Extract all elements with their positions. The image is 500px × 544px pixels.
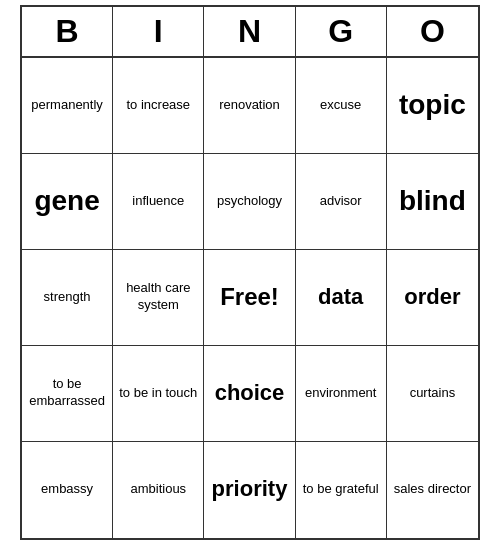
cell-text: priority (212, 475, 288, 504)
cell-text: to be grateful (303, 481, 379, 498)
cell-text: advisor (320, 193, 362, 210)
bingo-cell: choice (204, 346, 295, 442)
cell-text: to increase (126, 97, 190, 114)
cell-text: strength (44, 289, 91, 306)
cell-text: ambitious (130, 481, 186, 498)
cell-text: data (318, 283, 363, 312)
bingo-cell: priority (204, 442, 295, 538)
bingo-cell: sales director (387, 442, 478, 538)
cell-text: topic (399, 87, 466, 123)
bingo-cell: to be embarrassed (22, 346, 113, 442)
bingo-cell: ambitious (113, 442, 204, 538)
bingo-cell: to be in touch (113, 346, 204, 442)
cell-text: Free! (220, 281, 279, 312)
bingo-cell: gene (22, 154, 113, 250)
bingo-cell: environment (296, 346, 387, 442)
header-letter: O (387, 7, 478, 56)
header-letter: I (113, 7, 204, 56)
header-letter: N (204, 7, 295, 56)
bingo-card: BINGO permanentlyto increaserenovationex… (20, 5, 480, 540)
cell-text: to be in touch (119, 385, 197, 402)
cell-text: embassy (41, 481, 93, 498)
bingo-cell: strength (22, 250, 113, 346)
bingo-cell: order (387, 250, 478, 346)
cell-text: environment (305, 385, 377, 402)
cell-text: permanently (31, 97, 103, 114)
cell-text: sales director (394, 481, 471, 498)
bingo-cell: curtains (387, 346, 478, 442)
bingo-cell: influence (113, 154, 204, 250)
bingo-cell: embassy (22, 442, 113, 538)
bingo-cell: to increase (113, 58, 204, 154)
cell-text: curtains (410, 385, 456, 402)
cell-text: gene (34, 183, 99, 219)
bingo-cell: health care system (113, 250, 204, 346)
cell-text: psychology (217, 193, 282, 210)
cell-text: excuse (320, 97, 361, 114)
bingo-cell: permanently (22, 58, 113, 154)
bingo-cell: to be grateful (296, 442, 387, 538)
bingo-cell: blind (387, 154, 478, 250)
bingo-cell: Free! (204, 250, 295, 346)
bingo-cell: topic (387, 58, 478, 154)
bingo-cell: advisor (296, 154, 387, 250)
header-letter: B (22, 7, 113, 56)
cell-text: order (404, 283, 460, 312)
bingo-cell: psychology (204, 154, 295, 250)
bingo-grid: permanentlyto increaserenovationexcuseto… (22, 58, 478, 538)
cell-text: blind (399, 183, 466, 219)
cell-text: to be embarrassed (28, 376, 106, 410)
cell-text: influence (132, 193, 184, 210)
cell-text: renovation (219, 97, 280, 114)
header-letter: G (296, 7, 387, 56)
cell-text: health care system (119, 280, 197, 314)
bingo-header: BINGO (22, 7, 478, 58)
bingo-cell: renovation (204, 58, 295, 154)
cell-text: choice (215, 379, 285, 408)
bingo-cell: excuse (296, 58, 387, 154)
bingo-cell: data (296, 250, 387, 346)
